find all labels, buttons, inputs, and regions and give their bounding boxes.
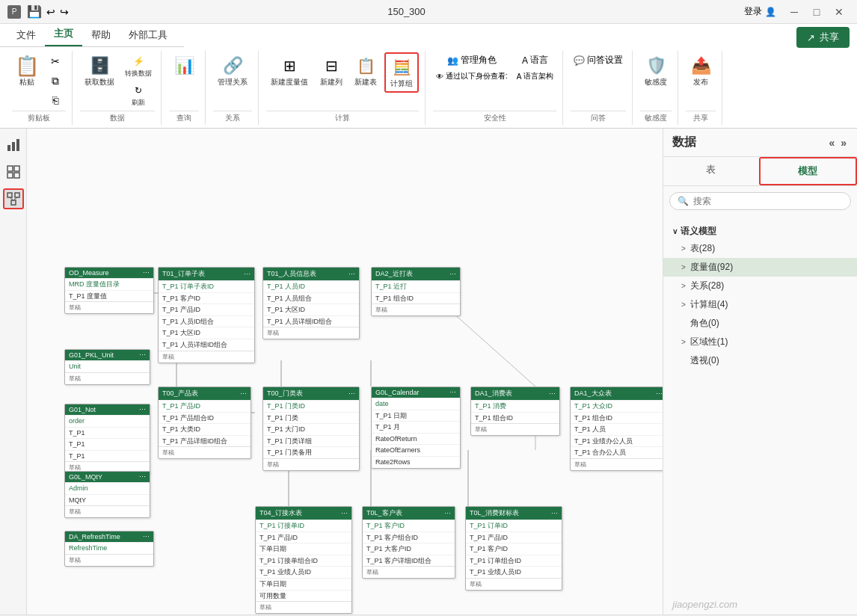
diagram-table-refresh-time[interactable]: DA_RefreshTime ⋯ RefreshTime 草稿: [64, 531, 154, 567]
table-row: T_P1 组合ID: [571, 412, 663, 424]
diagram-table-t01-order[interactable]: T01_订单子表 ⋯ T_P1 订单子表ID T_P1 客户ID T_P1 产品…: [158, 267, 255, 363]
diagram-table-calendar[interactable]: G0L_Calendar ⋯ date T_P1 日期 T_P1 月 RateO…: [371, 386, 461, 469]
sensitivity-button[interactable]: 🛡️ 敏感度: [640, 52, 672, 90]
search-input[interactable]: [693, 196, 843, 206]
tree-item-relations[interactable]: > 关系(28): [663, 277, 857, 295]
tab-home[interactable]: 主页: [45, 22, 82, 46]
new-measure-button[interactable]: ⊞ 新建度量值: [266, 52, 313, 90]
login-button[interactable]: 登录 👤: [744, 5, 776, 18]
table-row: T_P1 门类备用: [263, 446, 359, 458]
diagram-table-od-measure[interactable]: OD_Measure ⋯ MRD 度量值目录 T_P1 度量值 草稿: [64, 267, 154, 314]
tab-external-tools[interactable]: 外部工具: [120, 24, 176, 46]
diagram-table-g0l-mqty[interactable]: G0L_MQtY ⋯ Admin MQtY 草稿: [64, 471, 150, 518]
sidebar-report-icon[interactable]: [3, 135, 24, 155]
tree-item-regions[interactable]: > 区域性(1): [663, 333, 857, 351]
new-column-button[interactable]: ⊟ 新建列: [316, 52, 347, 90]
table-menu[interactable]: ⋯: [449, 389, 456, 396]
table-menu[interactable]: ⋯: [139, 406, 146, 413]
table-title: T04_订接水表: [259, 508, 302, 518]
manage-relations-button[interactable]: 🔗 管理关系: [213, 52, 252, 90]
table-row: T_P1 大客户ID: [363, 543, 455, 555]
table-menu[interactable]: ⋯: [143, 269, 150, 277]
copy-button[interactable]: ⧉: [45, 72, 66, 90]
table-menu[interactable]: ⋯: [549, 390, 556, 398]
minimize-button[interactable]: ─: [784, 4, 805, 19]
table-menu[interactable]: ⋯: [244, 271, 251, 278]
calculation-label: 计算: [266, 111, 419, 123]
table-row: T_P1 业绩办公人员: [571, 435, 663, 447]
diagram-table-da1-consume[interactable]: DA1_消费表 ⋯ T_P1 消费 T_P1 组合ID 草稿: [470, 386, 560, 436]
view-as-button[interactable]: 👁 通过以下身份查看:: [433, 70, 511, 83]
publish-button[interactable]: 📤 发布: [686, 52, 716, 90]
table-row: T_P1 产品ID: [256, 532, 351, 543]
get-data-label: 获取数据: [85, 78, 114, 87]
maximize-button[interactable]: □: [806, 4, 827, 19]
get-data-button[interactable]: 🗄️ 获取数据: [80, 52, 119, 90]
table-menu[interactable]: ⋯: [240, 390, 247, 398]
diagram-table-da1-mass[interactable]: DA1_大众表 ⋯ T_P1 大众ID T_P1 组合ID T_P1 人员 T_…: [570, 386, 663, 471]
canvas-scroll[interactable]: OD_Measure ⋯ MRD 度量值目录 T_P1 度量值 草稿 T01_订…: [27, 129, 663, 615]
diagram-table-g01-not[interactable]: G01_Not ⋯ order T_P1 T_P1 T_P1 草稿: [64, 404, 150, 474]
titlebar-right: 登录 👤 ─ □ ✕: [744, 4, 850, 19]
right-panel-tab-model[interactable]: 模型: [759, 157, 858, 185]
diagram-table-t01-person[interactable]: T01_人员信息表 ⋯ T_P1 人员ID T_P1 人员组合 T_P1 大区I…: [262, 267, 360, 339]
new-table-button[interactable]: 📋 新建表: [350, 52, 381, 90]
sidebar-data-icon[interactable]: [3, 161, 24, 182]
share-button[interactable]: ↗ 共享: [796, 27, 850, 48]
redo-button[interactable]: ↪: [60, 6, 69, 18]
right-panel-title: 数据: [672, 135, 696, 150]
table-row: T_P1 近打: [372, 280, 460, 292]
tree-item-roles[interactable]: 角色(0): [663, 314, 857, 333]
copy-icon: ⧉: [48, 73, 63, 88]
manage-roles-button[interactable]: 👥 管理角色: [433, 52, 511, 68]
tree-item-tables[interactable]: > 表(28): [663, 239, 857, 258]
tab-help[interactable]: 帮助: [82, 24, 120, 46]
diagram-table-t00-product[interactable]: T00_产品表 ⋯ T_P1 产品ID T_P1 产品组合ID T_P1 大类I…: [158, 386, 251, 459]
table-menu[interactable]: ⋯: [341, 510, 348, 517]
table-menu[interactable]: ⋯: [139, 351, 146, 359]
manage-roles-label: 管理角色: [461, 54, 497, 67]
panel-collapse-left[interactable]: «: [827, 135, 836, 150]
table-menu[interactable]: ⋯: [143, 533, 150, 540]
diagram-table-g01-pkl[interactable]: G01_PKL_Unit ⋯ Unit 草稿: [64, 349, 150, 385]
diagram-table-t0l-consume-target[interactable]: T0L_消费财标表 ⋯ T_P1 订单ID T_P1 产品ID T_P1 客户I…: [465, 506, 562, 591]
table-menu[interactable]: ⋯: [139, 473, 146, 481]
new-calc-group-button[interactable]: 🧮 计算组: [384, 52, 419, 93]
tree-item-measures[interactable]: > 度量值(92): [663, 258, 857, 277]
diagram-table-t00-category[interactable]: T00_门类表 ⋯ T_P1 门类ID T_P1 门类 T_P1 大门ID T_…: [262, 386, 360, 471]
table-header: OD_Measure ⋯: [65, 268, 153, 278]
regions-chevron: >: [681, 338, 686, 346]
table-row: T_P1 订单子表ID: [159, 280, 254, 292]
diagram-table-da2[interactable]: DA2_近打表 ⋯ T_P1 近打 T_P1 组合ID 草稿: [371, 267, 461, 316]
close-button[interactable]: ✕: [829, 4, 850, 19]
table-menu[interactable]: ⋯: [656, 390, 663, 398]
paste-button[interactable]: 📋 粘贴: [12, 52, 42, 90]
refresh-button[interactable]: ↻ 刷新: [122, 81, 155, 109]
qa-settings-button[interactable]: 💬 问答设置: [571, 52, 626, 68]
table-menu[interactable]: ⋯: [444, 510, 451, 517]
sidebar-model-icon[interactable]: [3, 188, 24, 209]
tab-file[interactable]: 文件: [7, 24, 45, 46]
tree-item-perspectives[interactable]: 透视(0): [663, 351, 857, 370]
diagram-table-t0l-customer[interactable]: T0L_客户表 ⋯ T_P1 客户ID T_P1 客户组合ID T_P1 大客户…: [362, 506, 455, 579]
panel-collapse-right[interactable]: »: [839, 135, 848, 150]
lang-button[interactable]: A 语言: [514, 52, 557, 68]
table-header: G0L_Calendar ⋯: [372, 387, 460, 398]
ribbon-group-sensitivity: 🛡️ 敏感度 敏感度: [634, 51, 678, 125]
right-panel-tab-table[interactable]: 表: [663, 157, 759, 185]
format-painter-button[interactable]: ⎗: [45, 91, 66, 109]
save-button[interactable]: 💾: [27, 4, 42, 19]
query-button[interactable]: 📊: [169, 52, 199, 79]
diagram-table-t04-order[interactable]: T04_订接水表 ⋯ T_P1 订接单ID T_P1 产品ID 下单日期 T_P…: [255, 506, 352, 614]
lang-schema-button[interactable]: A 语言架构: [514, 70, 557, 83]
transform-button[interactable]: ⚡ 转换数据: [122, 52, 155, 80]
tree-item-calc-groups[interactable]: > 计算组(4): [663, 295, 857, 314]
lang-schema-icon: A: [517, 73, 522, 81]
table-menu[interactable]: ⋯: [348, 390, 355, 398]
table-menu[interactable]: ⋯: [449, 271, 456, 278]
undo-button[interactable]: ↩: [46, 6, 55, 18]
table-menu[interactable]: ⋯: [348, 271, 355, 278]
cut-button[interactable]: ✂: [45, 52, 66, 70]
table-footer: 草稿: [65, 372, 150, 384]
table-menu[interactable]: ⋯: [551, 510, 558, 517]
